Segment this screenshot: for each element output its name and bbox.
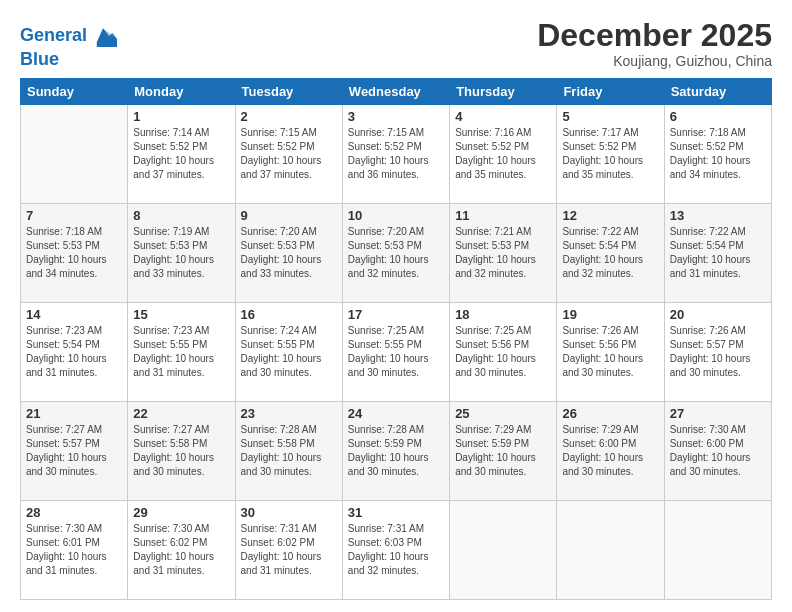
day-number: 28	[26, 505, 122, 520]
calendar-header-saturday: Saturday	[664, 78, 771, 104]
day-info: Sunrise: 7:29 AM Sunset: 6:00 PM Dayligh…	[562, 423, 658, 479]
day-number: 11	[455, 208, 551, 223]
day-info: Sunrise: 7:20 AM Sunset: 5:53 PM Dayligh…	[241, 225, 337, 281]
calendar-cell: 15Sunrise: 7:23 AM Sunset: 5:55 PM Dayli…	[128, 302, 235, 401]
calendar-week-1: 1Sunrise: 7:14 AM Sunset: 5:52 PM Daylig…	[21, 104, 772, 203]
day-info: Sunrise: 7:31 AM Sunset: 6:03 PM Dayligh…	[348, 522, 444, 578]
calendar-table: SundayMondayTuesdayWednesdayThursdayFrid…	[20, 78, 772, 600]
calendar-cell: 27Sunrise: 7:30 AM Sunset: 6:00 PM Dayli…	[664, 401, 771, 500]
day-number: 9	[241, 208, 337, 223]
day-info: Sunrise: 7:30 AM Sunset: 6:02 PM Dayligh…	[133, 522, 229, 578]
day-info: Sunrise: 7:23 AM Sunset: 5:55 PM Dayligh…	[133, 324, 229, 380]
svg-marker-0	[97, 28, 117, 47]
calendar-header-thursday: Thursday	[450, 78, 557, 104]
calendar-cell: 18Sunrise: 7:25 AM Sunset: 5:56 PM Dayli…	[450, 302, 557, 401]
day-number: 21	[26, 406, 122, 421]
calendar-cell: 7Sunrise: 7:18 AM Sunset: 5:53 PM Daylig…	[21, 203, 128, 302]
header: General Blue December 2025 Koujiang, Gui…	[20, 18, 772, 70]
day-info: Sunrise: 7:18 AM Sunset: 5:53 PM Dayligh…	[26, 225, 122, 281]
day-info: Sunrise: 7:22 AM Sunset: 5:54 PM Dayligh…	[670, 225, 766, 281]
calendar-header-row: SundayMondayTuesdayWednesdayThursdayFrid…	[21, 78, 772, 104]
calendar-cell: 17Sunrise: 7:25 AM Sunset: 5:55 PM Dayli…	[342, 302, 449, 401]
calendar-week-4: 21Sunrise: 7:27 AM Sunset: 5:57 PM Dayli…	[21, 401, 772, 500]
day-number: 16	[241, 307, 337, 322]
calendar-cell: 9Sunrise: 7:20 AM Sunset: 5:53 PM Daylig…	[235, 203, 342, 302]
day-number: 2	[241, 109, 337, 124]
calendar-cell	[21, 104, 128, 203]
calendar-cell: 24Sunrise: 7:28 AM Sunset: 5:59 PM Dayli…	[342, 401, 449, 500]
day-info: Sunrise: 7:16 AM Sunset: 5:52 PM Dayligh…	[455, 126, 551, 182]
day-info: Sunrise: 7:26 AM Sunset: 5:56 PM Dayligh…	[562, 324, 658, 380]
calendar-header-monday: Monday	[128, 78, 235, 104]
day-number: 25	[455, 406, 551, 421]
calendar-week-3: 14Sunrise: 7:23 AM Sunset: 5:54 PM Dayli…	[21, 302, 772, 401]
calendar-cell: 3Sunrise: 7:15 AM Sunset: 5:52 PM Daylig…	[342, 104, 449, 203]
day-number: 18	[455, 307, 551, 322]
calendar-cell	[557, 500, 664, 599]
calendar-header-wednesday: Wednesday	[342, 78, 449, 104]
calendar-cell: 22Sunrise: 7:27 AM Sunset: 5:58 PM Dayli…	[128, 401, 235, 500]
day-info: Sunrise: 7:18 AM Sunset: 5:52 PM Dayligh…	[670, 126, 766, 182]
calendar-cell: 1Sunrise: 7:14 AM Sunset: 5:52 PM Daylig…	[128, 104, 235, 203]
calendar-cell: 21Sunrise: 7:27 AM Sunset: 5:57 PM Dayli…	[21, 401, 128, 500]
day-number: 22	[133, 406, 229, 421]
day-number: 14	[26, 307, 122, 322]
day-number: 29	[133, 505, 229, 520]
calendar-cell: 25Sunrise: 7:29 AM Sunset: 5:59 PM Dayli…	[450, 401, 557, 500]
day-info: Sunrise: 7:28 AM Sunset: 5:58 PM Dayligh…	[241, 423, 337, 479]
day-number: 31	[348, 505, 444, 520]
calendar-cell: 28Sunrise: 7:30 AM Sunset: 6:01 PM Dayli…	[21, 500, 128, 599]
logo-text: General	[20, 26, 87, 46]
calendar-cell: 6Sunrise: 7:18 AM Sunset: 5:52 PM Daylig…	[664, 104, 771, 203]
logo-icon	[89, 22, 117, 50]
calendar-cell: 13Sunrise: 7:22 AM Sunset: 5:54 PM Dayli…	[664, 203, 771, 302]
day-info: Sunrise: 7:14 AM Sunset: 5:52 PM Dayligh…	[133, 126, 229, 182]
day-info: Sunrise: 7:27 AM Sunset: 5:58 PM Dayligh…	[133, 423, 229, 479]
calendar-cell: 10Sunrise: 7:20 AM Sunset: 5:53 PM Dayli…	[342, 203, 449, 302]
page: General Blue December 2025 Koujiang, Gui…	[0, 0, 792, 612]
day-info: Sunrise: 7:29 AM Sunset: 5:59 PM Dayligh…	[455, 423, 551, 479]
day-number: 20	[670, 307, 766, 322]
day-number: 3	[348, 109, 444, 124]
day-number: 10	[348, 208, 444, 223]
day-info: Sunrise: 7:21 AM Sunset: 5:53 PM Dayligh…	[455, 225, 551, 281]
day-info: Sunrise: 7:25 AM Sunset: 5:55 PM Dayligh…	[348, 324, 444, 380]
day-info: Sunrise: 7:27 AM Sunset: 5:57 PM Dayligh…	[26, 423, 122, 479]
calendar-cell: 19Sunrise: 7:26 AM Sunset: 5:56 PM Dayli…	[557, 302, 664, 401]
day-info: Sunrise: 7:24 AM Sunset: 5:55 PM Dayligh…	[241, 324, 337, 380]
day-info: Sunrise: 7:30 AM Sunset: 6:00 PM Dayligh…	[670, 423, 766, 479]
calendar-cell: 11Sunrise: 7:21 AM Sunset: 5:53 PM Dayli…	[450, 203, 557, 302]
calendar-cell: 31Sunrise: 7:31 AM Sunset: 6:03 PM Dayli…	[342, 500, 449, 599]
calendar-cell: 26Sunrise: 7:29 AM Sunset: 6:00 PM Dayli…	[557, 401, 664, 500]
day-number: 23	[241, 406, 337, 421]
day-number: 13	[670, 208, 766, 223]
day-number: 27	[670, 406, 766, 421]
calendar-header-sunday: Sunday	[21, 78, 128, 104]
calendar-header-friday: Friday	[557, 78, 664, 104]
day-info: Sunrise: 7:17 AM Sunset: 5:52 PM Dayligh…	[562, 126, 658, 182]
day-info: Sunrise: 7:23 AM Sunset: 5:54 PM Dayligh…	[26, 324, 122, 380]
day-number: 19	[562, 307, 658, 322]
day-info: Sunrise: 7:25 AM Sunset: 5:56 PM Dayligh…	[455, 324, 551, 380]
logo: General Blue	[20, 22, 117, 70]
calendar-header-tuesday: Tuesday	[235, 78, 342, 104]
logo-text2: Blue	[20, 50, 59, 70]
day-info: Sunrise: 7:20 AM Sunset: 5:53 PM Dayligh…	[348, 225, 444, 281]
day-info: Sunrise: 7:31 AM Sunset: 6:02 PM Dayligh…	[241, 522, 337, 578]
day-number: 5	[562, 109, 658, 124]
calendar-cell: 23Sunrise: 7:28 AM Sunset: 5:58 PM Dayli…	[235, 401, 342, 500]
day-info: Sunrise: 7:30 AM Sunset: 6:01 PM Dayligh…	[26, 522, 122, 578]
calendar-cell: 14Sunrise: 7:23 AM Sunset: 5:54 PM Dayli…	[21, 302, 128, 401]
day-info: Sunrise: 7:22 AM Sunset: 5:54 PM Dayligh…	[562, 225, 658, 281]
day-number: 24	[348, 406, 444, 421]
calendar-cell	[664, 500, 771, 599]
day-number: 12	[562, 208, 658, 223]
day-number: 1	[133, 109, 229, 124]
calendar-week-5: 28Sunrise: 7:30 AM Sunset: 6:01 PM Dayli…	[21, 500, 772, 599]
day-number: 8	[133, 208, 229, 223]
calendar-cell: 2Sunrise: 7:15 AM Sunset: 5:52 PM Daylig…	[235, 104, 342, 203]
day-info: Sunrise: 7:19 AM Sunset: 5:53 PM Dayligh…	[133, 225, 229, 281]
calendar-cell: 12Sunrise: 7:22 AM Sunset: 5:54 PM Dayli…	[557, 203, 664, 302]
day-info: Sunrise: 7:15 AM Sunset: 5:52 PM Dayligh…	[348, 126, 444, 182]
title-block: December 2025 Koujiang, Guizhou, China	[537, 18, 772, 69]
